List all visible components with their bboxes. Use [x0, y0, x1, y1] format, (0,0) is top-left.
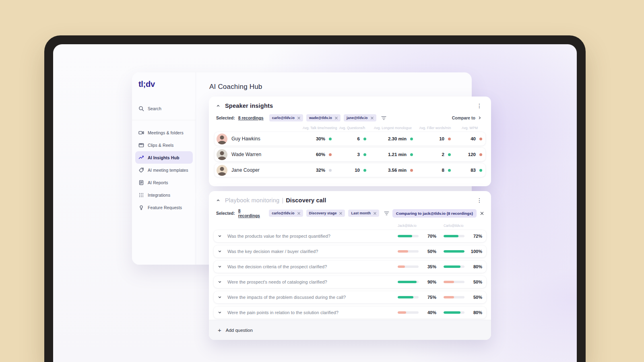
search-icon: [138, 106, 144, 111]
column-label: Avg. Questions/h: [335, 126, 369, 130]
progress-bar-jack: [398, 265, 419, 268]
sidebar-item-ai-reports[interactable]: AI Reports: [135, 176, 193, 189]
sidebar-item-feature-requests[interactable]: Feature Requests: [135, 201, 193, 214]
status-dot: [448, 138, 451, 140]
status-dot: [363, 138, 366, 140]
video-camera-icon: [138, 130, 144, 136]
progress-bar-jack: [398, 250, 419, 253]
close-icon[interactable]: [371, 117, 374, 119]
sidebar-item-label: AI Reports: [148, 180, 168, 185]
percent-jack: 40%: [419, 310, 436, 315]
comparing-badge-text: Comparing to jack@tldv.io (8 recordings): [392, 209, 477, 218]
add-question-button[interactable]: + Add question: [209, 320, 491, 340]
sidebar-item-label: Meetings & folders: [148, 130, 184, 135]
collapse-caret-icon[interactable]: [216, 198, 220, 202]
search-button[interactable]: Search: [135, 103, 193, 114]
status-dot: [329, 153, 332, 156]
compare-to-button[interactable]: Compare to: [450, 114, 484, 122]
status-dot: [448, 153, 451, 156]
table-row-wade-warren[interactable]: Wade Warren 60% 3 1.21 min 2 120: [215, 148, 485, 161]
chevron-down-icon[interactable]: [218, 280, 222, 284]
playbook-column-labels: Jack@tldv.io Carlo@tldv.io: [214, 224, 486, 228]
selected-label: Selected:: [216, 115, 235, 120]
speaker-table-body: Guy Hawkins 30% 6 2.30 min 10 40: [215, 132, 485, 177]
progress-bar-carlo: [444, 281, 464, 283]
status-dot: [329, 169, 332, 172]
percent-jack: 70%: [419, 234, 436, 239]
playbook-title-main: Discovery call: [286, 197, 326, 204]
close-icon[interactable]: [339, 212, 342, 215]
sidebar-item-ai-meeting-templates[interactable]: AI meeting templates: [135, 164, 193, 176]
playbook-question-list: Was the products value for the prospect …: [214, 230, 486, 319]
column-label-jack: Jack@tldv.io: [398, 224, 419, 228]
chevron-down-icon[interactable]: [218, 249, 222, 253]
filter-chip-wade[interactable]: wade@tldv.io: [306, 114, 341, 121]
close-icon[interactable]: [335, 117, 338, 119]
question-row[interactable]: Was the decision criteria of the prospec…: [214, 261, 486, 273]
question-row[interactable]: Were the pain points in relation to the …: [214, 306, 486, 319]
cell-value: 83: [454, 168, 476, 173]
speaker-table-header: Avg. Talk time/meeting Avg. Questions/h …: [215, 126, 485, 130]
sidebar-item-label: Clips & Reels: [148, 143, 173, 148]
close-icon[interactable]: [374, 212, 376, 215]
question-row[interactable]: Was the key decision maker / buyer clari…: [214, 245, 486, 257]
progress-bar-carlo: [444, 235, 464, 237]
collapse-caret-icon[interactable]: [216, 104, 220, 108]
filter-chip-carlo[interactable]: carlo@tldv.io: [269, 210, 303, 217]
avatar: [217, 165, 227, 176]
selected-recordings-link[interactable]: 8 recordings: [238, 208, 264, 218]
column-label-carlo: Carlo@tldv.io: [444, 224, 464, 228]
filter-chip-discovery-stage[interactable]: Discovery stage: [306, 210, 345, 217]
selected-label: Selected:: [216, 211, 235, 216]
avatar: [217, 134, 227, 144]
filter-chip-jane[interactable]: jane@tldv.io: [344, 114, 376, 121]
question-text: Were the pain points in relation to the …: [227, 310, 398, 315]
playbook-monitoring-panel: Playbook monitoring|Discovery call ⋮ Sel…: [209, 191, 491, 340]
close-icon[interactable]: [480, 212, 484, 215]
sidebar-item-ai-insights-hub[interactable]: AI Insights Hub: [135, 151, 193, 164]
sidebar-item-label: AI meeting templates: [148, 168, 188, 173]
chevron-down-icon[interactable]: [218, 234, 222, 238]
comparing-badge: Comparing to jack@tldv.io (8 recordings): [392, 209, 484, 218]
sidebar-nav: Meetings & folders Clips & Reels: [135, 126, 193, 214]
filter-chip-last-month[interactable]: Last month: [348, 210, 379, 217]
percent-carlo: 80%: [464, 310, 482, 315]
sidebar-item-label: Integrations: [148, 193, 170, 197]
question-row[interactable]: Was the products value for the prospect …: [214, 230, 486, 242]
template-tag-icon: [138, 167, 144, 173]
cell-value: 60%: [303, 152, 325, 157]
close-icon[interactable]: [297, 117, 300, 119]
chevron-right-icon: [478, 116, 481, 119]
close-icon[interactable]: [297, 212, 300, 215]
percent-jack: 35%: [419, 264, 436, 269]
sidebar-item-meetings-folders[interactable]: Meetings & folders: [135, 126, 193, 139]
title-separator: |: [279, 197, 286, 204]
percent-carlo: 72%: [464, 234, 482, 239]
kebab-menu-icon[interactable]: ⋮: [475, 197, 484, 203]
percent-jack: 75%: [419, 295, 436, 300]
question-row[interactable]: Were the prospect's needs of cataloging …: [214, 276, 486, 288]
sidebar-item-clips-reels[interactable]: Clips & Reels: [135, 139, 193, 151]
status-dot: [479, 153, 482, 156]
lightbulb-icon: [138, 205, 144, 210]
table-row-guy-hawkins[interactable]: Guy Hawkins 30% 6 2.30 min 10 40: [215, 132, 485, 146]
cell-value: 120: [454, 152, 476, 157]
question-row[interactable]: Were the impacts of the problem discusse…: [214, 291, 486, 303]
selected-recordings-link[interactable]: 8 recordings: [238, 115, 264, 120]
percent-carlo: 50%: [464, 280, 482, 284]
percent-jack: 90%: [419, 280, 436, 284]
chevron-down-icon[interactable]: [218, 295, 222, 299]
chevron-down-icon[interactable]: [218, 311, 222, 315]
percent-carlo: 80%: [464, 264, 482, 269]
speaker-name: Guy Hawkins: [231, 136, 260, 142]
table-row-jane-cooper[interactable]: Jane Cooper 32% 10 3.56 min 8 83: [215, 163, 485, 177]
kebab-menu-icon[interactable]: ⋮: [475, 103, 484, 109]
cell-value: 2.30 min: [369, 136, 407, 141]
sidebar-item-integrations[interactable]: Integrations: [135, 189, 193, 201]
question-text: Was the products value for the prospect …: [227, 234, 398, 239]
filter-icon[interactable]: [384, 211, 389, 216]
sidebar: tl;dv Search Meetings & fol: [132, 72, 196, 265]
chevron-down-icon[interactable]: [218, 265, 222, 269]
filter-icon[interactable]: [381, 116, 386, 120]
filter-chip-carlo[interactable]: carlo@tldv.io: [269, 114, 303, 121]
